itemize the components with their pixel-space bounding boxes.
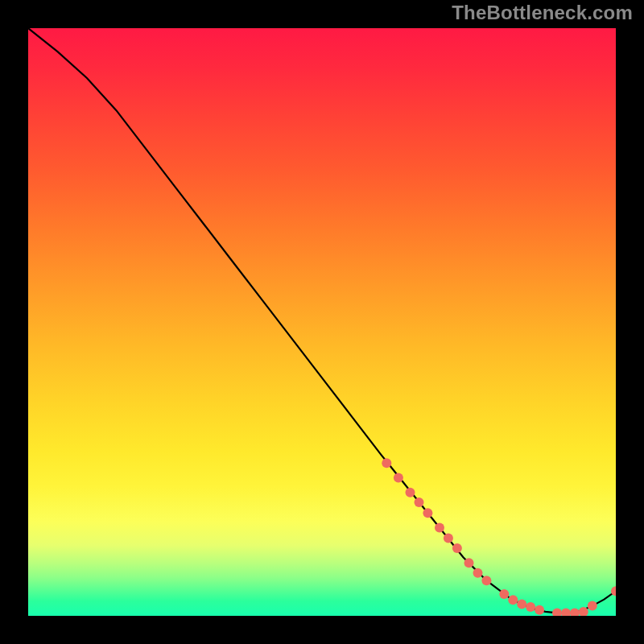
data-marker	[481, 576, 491, 585]
data-marker	[588, 601, 597, 611]
data-marker	[508, 595, 518, 605]
data-marker	[526, 602, 535, 612]
data-marker	[394, 473, 403, 483]
data-marker	[452, 543, 462, 553]
data-marker	[561, 608, 571, 616]
data-marker	[435, 523, 444, 533]
data-marker	[570, 608, 580, 616]
data-marker	[473, 568, 483, 578]
data-marker	[415, 497, 424, 507]
data-marker	[517, 599, 526, 609]
plot-area	[28, 28, 616, 616]
data-marker	[499, 589, 509, 599]
data-markers	[382, 458, 616, 616]
chart-frame: TheBottleneck.com	[0, 0, 644, 644]
data-marker	[423, 508, 432, 518]
data-marker	[552, 608, 562, 616]
data-marker	[444, 534, 453, 543]
line-series	[28, 28, 616, 616]
bottleneck-curve	[28, 28, 616, 613]
data-marker	[382, 458, 391, 468]
data-marker	[535, 605, 544, 615]
data-marker	[464, 558, 474, 568]
watermark-text: TheBottleneck.com	[452, 2, 633, 24]
data-marker	[406, 488, 415, 497]
